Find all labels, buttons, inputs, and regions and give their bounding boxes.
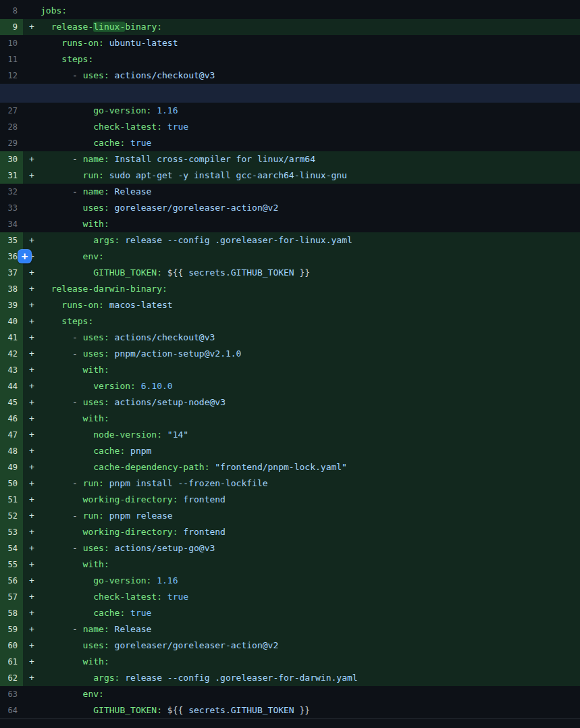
line-number[interactable]: 8 (0, 3, 23, 19)
line-number[interactable]: 43 (0, 362, 23, 378)
diff-view: 8jobs:9+ release-linux-binary:10 runs-on… (0, 0, 580, 728)
line-number[interactable]: 40 (0, 313, 23, 330)
line-number[interactable]: 54 (0, 540, 23, 556)
diff-row-61: 61+ with: (0, 654, 580, 670)
line-number[interactable]: 27 (0, 103, 23, 119)
diff-marker: + (23, 281, 41, 297)
diff-marker: + (23, 265, 41, 281)
line-number[interactable]: 46 (0, 411, 23, 427)
line-number[interactable]: 30 (0, 151, 23, 167)
line-number[interactable]: 34 (0, 216, 23, 232)
line-number[interactable]: 48 (0, 443, 23, 459)
code-content: with: (41, 556, 580, 573)
diff-row-64: 64 GITHUB_TOKEN: ${{ secrets.GITHUB_TOKE… (0, 702, 580, 719)
diff-row-56: 56+ go-version: 1.16 (0, 573, 580, 589)
line-number[interactable]: 63 (0, 686, 23, 702)
code-content: with: (41, 216, 580, 232)
line-number[interactable]: 57 (0, 589, 23, 605)
line-number[interactable]: 59 (0, 621, 23, 638)
code-content: - uses: actions/setup-go@v3 (41, 540, 580, 556)
diff-marker (23, 135, 41, 151)
diff-row-48: 48+ cache: pnpm (0, 443, 580, 459)
diff-row-34: 34 with: (0, 216, 580, 232)
diff-row-57: 57+ check-latest: true (0, 589, 580, 605)
diff-marker: + (23, 638, 41, 654)
line-number[interactable]: 55 (0, 556, 23, 573)
code-content: args: release --config .goreleaser-for-d… (41, 670, 580, 686)
add-comment-button[interactable]: + (18, 249, 32, 263)
line-number[interactable]: 10 (0, 35, 23, 51)
diff-marker (23, 3, 41, 19)
line-number[interactable]: 45 (0, 394, 23, 411)
diff-marker: + (23, 556, 41, 573)
diff-row-45: 45+ - uses: actions/setup-node@v3 (0, 394, 580, 411)
line-number[interactable]: 50 (0, 475, 23, 492)
line-number[interactable]: 11 (0, 51, 23, 68)
line-number[interactable]: 53 (0, 524, 23, 540)
diff-marker: + (23, 313, 41, 330)
diff-marker (23, 103, 41, 119)
diff-marker: + (23, 670, 41, 686)
line-number[interactable]: 32 (0, 184, 23, 200)
line-number[interactable]: 9 (0, 19, 23, 35)
line-number[interactable]: 60 (0, 638, 23, 654)
line-number[interactable]: 35 (0, 232, 23, 249)
diff-row-51: 51+ working-directory: frontend (0, 492, 580, 508)
code-content: steps: (41, 313, 580, 330)
diff-row-27: 27 go-version: 1.16 (0, 103, 580, 119)
diff-marker: + (23, 573, 41, 589)
diff-row-55: 55+ with: (0, 556, 580, 573)
diff-row-62: 62+ args: release --config .goreleaser-f… (0, 670, 580, 686)
line-number[interactable]: 28 (0, 119, 23, 135)
line-number[interactable]: 62 (0, 670, 23, 686)
line-number[interactable]: 38 (0, 281, 23, 297)
diff-row-49: 49+ cache-dependency-path: "frontend/pnp… (0, 459, 580, 475)
code-content: with: (41, 362, 580, 378)
line-number[interactable]: 49 (0, 459, 23, 475)
diff-row-8: 8jobs: (0, 3, 580, 19)
diff-row-36: 36+ env:+ (0, 249, 580, 265)
line-number[interactable]: 64 (0, 702, 23, 719)
diff-marker: + (23, 605, 41, 621)
line-number[interactable]: 31 (0, 167, 23, 184)
diff-marker (23, 119, 41, 135)
code-content: release-linux-binary: (41, 19, 580, 35)
code-content: GITHUB_TOKEN: ${{ secrets.GITHUB_TOKEN }… (41, 702, 580, 719)
code-content: working-directory: frontend (41, 492, 580, 508)
line-number[interactable]: 61 (0, 654, 23, 670)
code-content: - name: Release (41, 184, 580, 200)
line-number[interactable]: 56 (0, 573, 23, 589)
diff-row-35: 35+ args: release --config .goreleaser-f… (0, 232, 580, 249)
code-content: uses: goreleaser/goreleaser-action@v2 (41, 638, 580, 654)
code-content: go-version: 1.16 (41, 103, 580, 119)
line-number[interactable]: 47 (0, 427, 23, 443)
expand-hunk-band[interactable] (0, 84, 580, 103)
code-content: - uses: actions/checkout@v3 (41, 330, 580, 346)
diff-marker (23, 184, 41, 200)
line-number[interactable]: 12 (0, 68, 23, 84)
code-content: - uses: pnpm/action-setup@v2.1.0 (41, 346, 580, 362)
line-number[interactable]: 42 (0, 346, 23, 362)
diff-marker: + (23, 378, 41, 394)
diff-marker (23, 51, 41, 68)
diff-row-60: 60+ uses: goreleaser/goreleaser-action@v… (0, 638, 580, 654)
diff-marker: + (23, 151, 41, 167)
code-content: node-version: "14" (41, 427, 580, 443)
code-content: - uses: actions/checkout@v3 (41, 68, 580, 84)
line-number[interactable]: 29 (0, 135, 23, 151)
diff-marker: + (23, 297, 41, 313)
line-number[interactable]: 33 (0, 200, 23, 216)
line-number[interactable]: 41 (0, 330, 23, 346)
line-number[interactable]: 58 (0, 605, 23, 621)
line-number[interactable]: 39 (0, 297, 23, 313)
diff-row-44: 44+ version: 6.10.0 (0, 378, 580, 394)
line-number[interactable]: 37 (0, 265, 23, 281)
diff-marker (23, 68, 41, 84)
diff-marker: + (23, 459, 41, 475)
line-number[interactable]: 51 (0, 492, 23, 508)
diff-row-43: 43+ with: (0, 362, 580, 378)
line-number[interactable]: 44 (0, 378, 23, 394)
line-number[interactable]: 52 (0, 508, 23, 524)
diff-row-50: 50+ - run: pnpm install --frozen-lockfil… (0, 475, 580, 492)
diff-marker (23, 216, 41, 232)
